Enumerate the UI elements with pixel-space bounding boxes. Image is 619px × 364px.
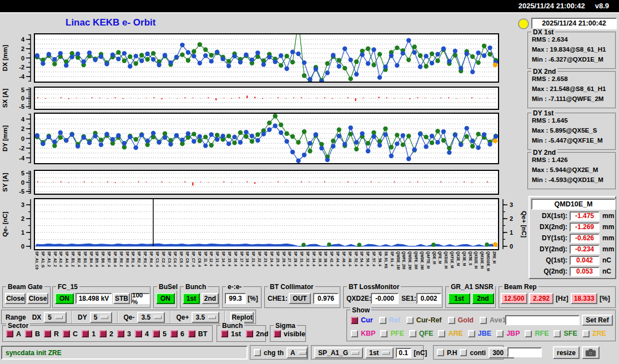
a-checkbox[interactable] bbox=[6, 330, 13, 337]
2-checkbox[interactable] bbox=[99, 330, 107, 337]
are-checkbox[interactable] bbox=[438, 330, 445, 337]
3-checkbox[interactable] bbox=[117, 330, 124, 337]
range-dy-dropdown[interactable]: 5 bbox=[90, 312, 113, 323]
range-dx-label: DX bbox=[32, 314, 42, 321]
ph-conti-group: P.H conti 300 bbox=[433, 345, 504, 360]
resize-button[interactable]: resize bbox=[553, 346, 580, 359]
zre-checkbox[interactable] bbox=[582, 330, 590, 337]
bpm-label: SP_11_4 bbox=[204, 251, 208, 266]
bpm-label: QFE_M bbox=[438, 251, 442, 264]
bunch-1st-button[interactable]: 1st bbox=[183, 293, 200, 304]
monitor-row: DY(2nd):-0.234mm bbox=[530, 244, 615, 255]
range-qe-minus-dropdown[interactable]: 3.5 bbox=[137, 312, 165, 323]
sfe-checkbox[interactable] bbox=[553, 330, 561, 337]
cur-ref-checkbox[interactable] bbox=[406, 317, 414, 324]
bunch-2nd-button[interactable]: 2nd bbox=[202, 293, 219, 304]
sp-dropdown[interactable]: SP_A1_G bbox=[314, 347, 363, 358]
svg-text:0: 0 bbox=[21, 95, 24, 102]
extra-input[interactable] bbox=[507, 347, 542, 357]
dropdown-bar-icon bbox=[100, 316, 108, 319]
gold-checkbox[interactable] bbox=[448, 317, 455, 324]
bpm-label: SP_R0_4 bbox=[125, 251, 129, 267]
ave10-checkbox[interactable] bbox=[480, 317, 487, 324]
bunch-top-group: Bunch 1st 2nd bbox=[180, 286, 220, 309]
beam-gate-close-1-button[interactable]: Close bbox=[5, 293, 26, 304]
bpm-label: SP_A1_G bbox=[41, 251, 45, 267]
busel-on-button[interactable]: ON bbox=[156, 293, 175, 304]
visible-checkbox[interactable] bbox=[274, 330, 281, 337]
monitor-row: DX(1st):-1.475mm bbox=[530, 210, 615, 221]
stats-group-dy-1st: DY 1stRMS : 1.645Max : 5.895@QX5E_SMin :… bbox=[527, 113, 616, 150]
qfe-checkbox[interactable] bbox=[409, 330, 416, 337]
fc15-kv-value: 18.498 kV bbox=[76, 293, 112, 304]
bunch-select-dropdown[interactable]: 1st bbox=[365, 347, 394, 358]
svg-text:2: 2 bbox=[21, 46, 24, 52]
ph-checkbox[interactable] bbox=[437, 349, 444, 356]
bpm-label: SP_46_4 bbox=[342, 251, 346, 266]
monitor-row-label: DY(2nd): bbox=[530, 245, 567, 253]
svg-text:2: 2 bbox=[510, 215, 513, 222]
beam-gate-close-2-button[interactable]: Close bbox=[27, 293, 48, 304]
check-item-gold: Gold bbox=[448, 316, 474, 324]
jbe-checkbox[interactable] bbox=[468, 330, 475, 337]
cur-checkbox[interactable] bbox=[351, 317, 358, 324]
b-checkbox[interactable] bbox=[25, 330, 32, 337]
chg-th-dropdown[interactable]: A bbox=[286, 347, 308, 358]
svg-text:SY [A]: SY [A] bbox=[2, 173, 8, 191]
monitor-title: QMD10E_M bbox=[531, 199, 616, 210]
check-item-label: 4 bbox=[145, 330, 149, 338]
rfe-checkbox[interactable] bbox=[525, 330, 532, 337]
gr-a1-2nd-button[interactable]: 2nd bbox=[472, 293, 494, 304]
check-item-label: JBP bbox=[506, 330, 520, 337]
svg-text:4: 4 bbox=[21, 36, 25, 43]
sy-chart: 50-5SY [A] bbox=[0, 170, 527, 195]
svg-text:-4: -4 bbox=[19, 155, 25, 161]
show-group: Show CurRefCur-RefGoldAve10 Set Ref KBPP… bbox=[346, 310, 616, 342]
check-item-1: 1 bbox=[82, 330, 95, 338]
6-checkbox[interactable] bbox=[170, 330, 178, 337]
dropdown-bar-icon bbox=[382, 351, 390, 355]
che1-state-button[interactable]: OUT bbox=[289, 293, 311, 304]
bpm-label: SP_48_4 bbox=[348, 251, 352, 266]
5-checkbox[interactable] bbox=[153, 330, 160, 337]
bpm-label: QX5E_S bbox=[469, 251, 472, 265]
bpm-label: SP_R0_2 bbox=[119, 251, 123, 267]
fc15-on-button[interactable]: ON bbox=[55, 293, 74, 304]
kbp-checkbox[interactable] bbox=[351, 330, 358, 337]
svg-text:0: 0 bbox=[21, 179, 24, 186]
dx-chart: 420-2-4DX [mm] bbox=[0, 33, 527, 83]
bpm-label: SP_36_4 bbox=[318, 251, 322, 266]
bpm-label: SP_31_4 bbox=[300, 251, 304, 266]
2nd-checkbox[interactable] bbox=[246, 330, 253, 337]
window-border-line bbox=[0, 12, 619, 13]
chg-th-checkbox[interactable] bbox=[254, 349, 261, 356]
svg-text:Qe+ [nC]: Qe+ [nC] bbox=[521, 211, 527, 237]
4-checkbox[interactable] bbox=[135, 330, 142, 337]
check-item-label: QFE bbox=[419, 330, 434, 337]
jbp-checkbox[interactable] bbox=[496, 330, 504, 337]
c-checkbox[interactable] bbox=[63, 330, 70, 337]
set-ref-button[interactable]: Set Ref bbox=[582, 315, 613, 326]
stats-line: RMS : 2.658 bbox=[532, 75, 568, 82]
1-checkbox[interactable] bbox=[82, 330, 89, 337]
r-checkbox[interactable] bbox=[44, 330, 51, 337]
fc15-group: FC_15 ON 18.498 kV STB 100 % bbox=[52, 286, 151, 309]
range-qe-plus-dropdown[interactable]: 3.5 bbox=[192, 312, 219, 323]
1st-checkbox[interactable] bbox=[221, 330, 228, 337]
ref-file-input[interactable] bbox=[505, 315, 580, 325]
pfe-checkbox[interactable] bbox=[380, 330, 387, 337]
ref-checkbox[interactable] bbox=[379, 317, 386, 324]
conti-checkbox[interactable] bbox=[460, 349, 467, 356]
gr-a1-1st-button[interactable]: 1st bbox=[448, 293, 470, 304]
monitor-row: DY(1st):-0.626mm bbox=[530, 232, 615, 244]
bpm-label: SP_C7_4 bbox=[192, 251, 195, 267]
screenshot-button[interactable] bbox=[582, 346, 600, 359]
check-item-label: ARE bbox=[448, 330, 462, 337]
sp-select-group: SP_A1_G 1st [nC] bbox=[311, 345, 424, 360]
threshold-input[interactable] bbox=[396, 348, 411, 358]
fc15-stb-button[interactable]: STB bbox=[113, 293, 130, 304]
replot-button[interactable]: Replot bbox=[230, 312, 253, 323]
bt-checkbox[interactable] bbox=[188, 330, 195, 337]
ee-ratio-value: 99.3 bbox=[225, 293, 246, 304]
range-dx-dropdown[interactable]: 5 bbox=[44, 312, 67, 323]
